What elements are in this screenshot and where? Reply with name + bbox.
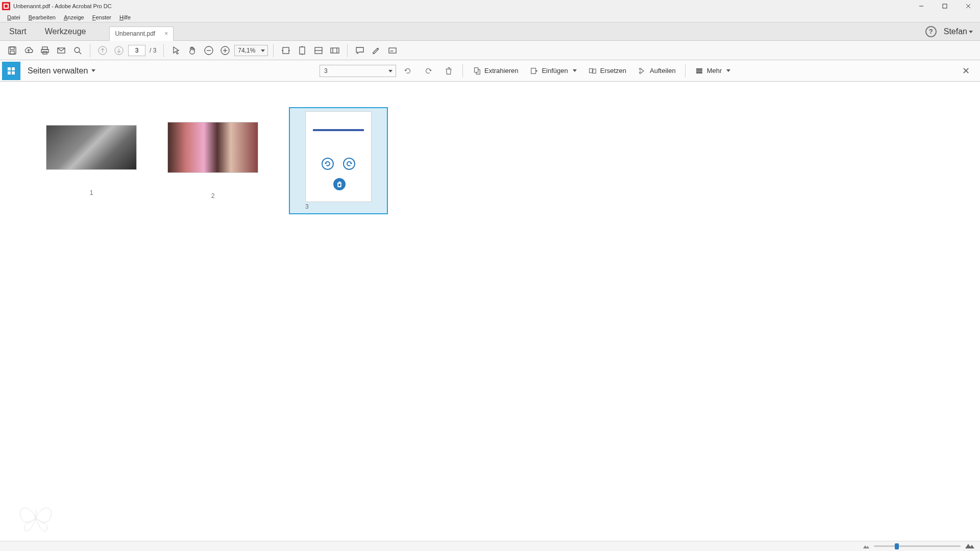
tab-tools[interactable]: Werkzeuge [36,22,95,41]
page-image-placeholder [46,126,136,169]
svg-rect-7 [42,47,47,49]
svg-line-12 [79,52,81,54]
document-tab-label: Unbenannt.pdf [115,30,155,37]
slider-knob[interactable] [895,543,899,549]
svg-rect-38 [696,72,702,73]
zoom-in-icon[interactable] [218,43,232,58]
page-display-icon[interactable] [311,43,326,58]
svg-rect-25 [389,48,396,53]
split-button[interactable]: Aufteilen [633,63,680,79]
svg-rect-21 [300,47,305,54]
user-menu[interactable]: Stefan [944,27,973,36]
page-number-input[interactable] [128,45,145,56]
signature-icon[interactable] [385,43,400,58]
extract-button[interactable]: Extrahieren [468,63,522,79]
thumbnail-size-small-icon[interactable] [863,542,870,551]
menu-item-edit[interactable]: Bearbeiten [24,13,60,21]
svg-rect-27 [12,67,15,70]
page-thumbnail-2[interactable]: 2 [167,122,258,199]
thumb-rotate-ccw-button[interactable] [322,158,334,170]
svg-rect-29 [12,71,15,74]
cloud-upload-icon[interactable] [21,43,36,58]
close-organize-tool-button[interactable]: ✕ [959,63,974,79]
organize-pages-tool-icon [2,62,20,80]
more-button[interactable]: Mehr [691,63,735,79]
thumbnail-size-large-icon[interactable] [965,542,975,551]
page-content-preview [313,129,364,131]
replace-button[interactable]: Ersetzen [584,63,630,79]
window-title: Unbenannt.pdf - Adobe Acrobat Pro DC [13,3,112,9]
organize-pages-title[interactable]: Seiten verwalten [28,66,95,76]
svg-rect-28 [8,71,11,74]
delete-page-button[interactable] [440,63,457,79]
thumbnail-size-slider[interactable] [874,545,961,547]
main-toolbar: / 3 74,1% [0,41,980,60]
svg-rect-8 [41,49,48,53]
menu-item-view[interactable]: Anzeige [60,13,88,21]
comment-bubble-icon[interactable] [353,43,367,58]
page-thumbnail-1[interactable]: 1 [46,125,137,196]
chevron-down-icon [261,49,265,52]
svg-rect-30 [474,67,478,72]
page-thumbnail-3-selected[interactable]: 3 [289,107,388,214]
page-image-placeholder [168,122,258,172]
save-icon[interactable] [5,43,19,58]
prev-page-icon[interactable] [95,43,110,58]
menu-bar: Datei Bearbeiten Anzeige Fenster Hilfe [0,12,980,22]
thumb-rotate-cw-button[interactable] [343,158,355,170]
svg-rect-24 [331,48,339,53]
print-icon[interactable] [38,43,52,58]
rotate-cw-button[interactable] [420,63,437,79]
zoom-level-select[interactable]: 74,1% [234,45,268,56]
zoom-out-icon[interactable] [202,43,216,58]
help-icon[interactable]: ? [925,26,937,37]
acrobat-app-icon [2,2,10,10]
rotate-ccw-button[interactable] [399,63,416,79]
menu-item-help[interactable]: Hilfe [115,13,135,21]
svg-rect-1 [943,4,947,8]
chevron-down-icon [388,70,393,72]
svg-rect-31 [531,68,536,73]
svg-point-11 [75,47,80,53]
svg-rect-6 [10,51,14,54]
chevron-down-icon [726,69,730,72]
page-total-label: / 3 [150,47,156,54]
svg-rect-4 [9,47,16,54]
chevron-down-icon [573,69,577,72]
window-close-button[interactable] [957,0,980,12]
window-minimize-button[interactable] [910,0,933,12]
highlight-pen-icon[interactable] [369,43,383,58]
next-page-icon[interactable] [112,43,126,58]
page-number-label: 2 [211,177,215,199]
page-range-select[interactable]: 3 [320,65,396,77]
page-number-label: 1 [90,174,93,196]
svg-rect-5 [10,47,14,49]
svg-point-35 [640,71,642,73]
close-tab-icon[interactable]: × [164,30,168,37]
page-number-label: 3 [305,202,372,210]
svg-rect-36 [696,68,702,69]
window-maximize-button[interactable] [933,0,957,12]
svg-point-34 [640,68,642,70]
svg-rect-20 [283,47,289,54]
selection-arrow-icon[interactable] [169,43,183,58]
menu-item-window[interactable]: Fenster [88,13,115,21]
chevron-down-icon [969,31,973,33]
search-icon[interactable] [70,43,85,58]
fit-width-icon[interactable] [279,43,293,58]
menu-item-file[interactable]: Datei [3,13,24,21]
insert-button[interactable]: Einfügen [525,63,580,79]
chevron-down-icon [91,69,95,72]
watermark-butterfly-icon [15,500,56,536]
svg-rect-37 [696,70,702,71]
hand-pan-icon[interactable] [185,43,200,58]
document-tab[interactable]: Unbenannt.pdf × [109,27,174,41]
read-mode-icon[interactable] [328,43,342,58]
thumb-delete-button[interactable] [333,178,346,190]
mail-icon[interactable] [54,43,68,58]
svg-rect-26 [8,67,11,70]
tab-start[interactable]: Start [0,22,36,41]
fit-page-icon[interactable] [295,43,309,58]
